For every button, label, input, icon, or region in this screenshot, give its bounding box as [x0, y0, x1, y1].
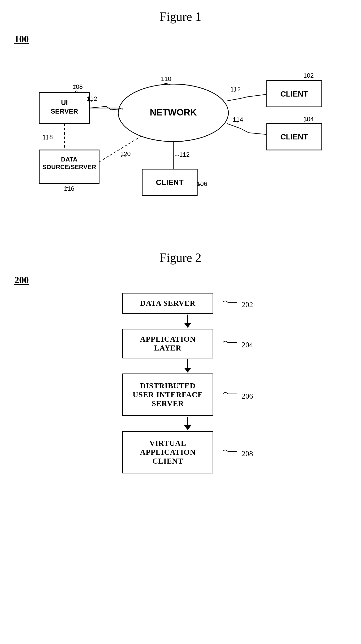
figure2-label: 200: [14, 274, 347, 286]
figure1-svg: UI SERVER 108 ⌒ NETWORK 110 DATA SOURCE/…: [25, 49, 336, 222]
figure1-title: Figure 1: [14, 10, 347, 24]
svg-text:CLIENT: CLIENT: [280, 90, 308, 98]
figure2-title: Figure 2: [14, 250, 347, 265]
duis-box: DISTRIBUTEDUSER INTERFACESERVER: [122, 374, 213, 416]
arrow-1: [142, 314, 233, 328]
svg-text:NETWORK: NETWORK: [150, 107, 197, 118]
application-layer-ref: 204: [221, 338, 253, 349]
svg-marker-35: [184, 323, 191, 328]
arrow-3: [142, 417, 233, 430]
page: Figure 1 100 UI SERVER 108 ⌒ NETWORK 110: [0, 0, 361, 483]
data-server-label: DATA SERVER: [140, 299, 196, 308]
svg-text:110: 110: [161, 75, 171, 82]
duis-ref: 206: [221, 389, 253, 400]
figure1-section: Figure 1 100 UI SERVER 108 ⌒ NETWORK 110: [14, 10, 347, 222]
svg-text:⌒: ⌒: [72, 84, 78, 92]
svg-text:CLIENT: CLIENT: [156, 178, 184, 187]
data-server-ref: 202: [221, 298, 253, 309]
svg-text:112: 112: [179, 151, 190, 158]
figure1-label: 100: [14, 33, 347, 44]
figure2-diagram: DATA SERVER 202: [29, 293, 347, 474]
svg-text:DATA: DATA: [61, 156, 77, 163]
arrow-2: [142, 360, 233, 372]
vac-label: VIRTUALAPPLICATIONCLIENT: [140, 439, 196, 465]
data-server-box: DATA SERVER: [122, 293, 213, 314]
svg-text:106: 106: [197, 180, 207, 187]
svg-text:SOURCE/SERVER: SOURCE/SERVER: [42, 164, 96, 170]
svg-marker-38: [184, 368, 191, 372]
svg-text:CLIENT: CLIENT: [280, 132, 308, 141]
vac-box: VIRTUALAPPLICATIONCLIENT: [122, 431, 213, 474]
figure2-section: Figure 2 200 DATA SERVER 202: [14, 250, 347, 474]
figure1-diagram: UI SERVER 108 ⌒ NETWORK 110 DATA SOURCE/…: [14, 49, 347, 222]
duis-label: DISTRIBUTEDUSER INTERFACESERVER: [133, 382, 203, 408]
svg-text:SERVER: SERVER: [51, 108, 78, 115]
svg-line-31: [99, 136, 142, 162]
application-layer-box: APPLICATIONLAYER: [122, 329, 213, 358]
svg-text:116: 116: [64, 185, 74, 192]
svg-marker-41: [184, 425, 191, 430]
fig2-row-2: APPLICATIONLAYER 204: [122, 329, 253, 358]
svg-text:UI: UI: [61, 99, 68, 106]
fig2-row-3: DISTRIBUTEDUSER INTERFACESERVER 206: [122, 374, 253, 416]
fig2-row-1: DATA SERVER 202: [122, 293, 253, 314]
application-layer-label: APPLICATIONLAYER: [140, 335, 196, 352]
fig2-row-4: VIRTUALAPPLICATIONCLIENT 208: [122, 431, 253, 474]
vac-ref: 208: [221, 446, 253, 458]
